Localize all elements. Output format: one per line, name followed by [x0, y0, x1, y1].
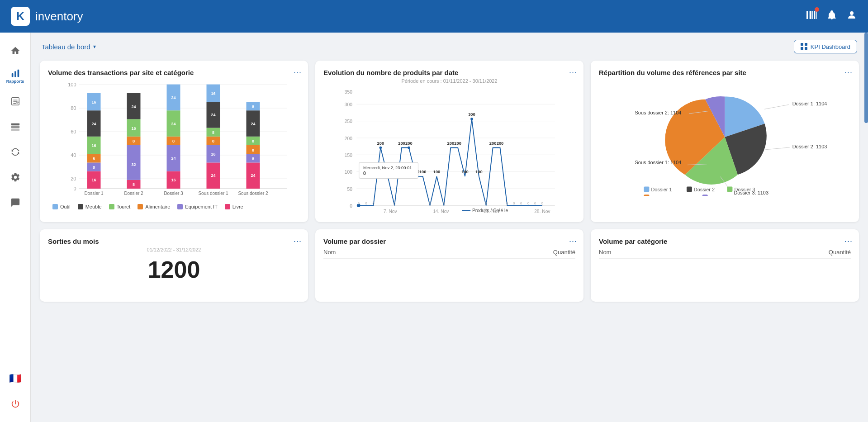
svg-text:100: 100 [461, 170, 469, 174]
svg-text:28. Nov: 28. Nov [534, 209, 550, 214]
svg-text:350: 350 [345, 90, 352, 95]
legend-equipement: Equipement IT [177, 204, 218, 209]
svg-text:24: 24 [171, 156, 175, 161]
svg-rect-163 [727, 186, 732, 192]
svg-text:250: 250 [345, 119, 352, 124]
categorie-menu[interactable]: ··· [844, 237, 853, 246]
svg-text:Dossier 1: 1104: Dossier 1: 1104 [792, 101, 827, 106]
dossier-table-header: Nom Quantité [323, 249, 575, 259]
bar-sousdossier1: 24 16 8 8 24 16 Sous dossier 1 [198, 85, 228, 196]
svg-text:8: 8 [133, 182, 135, 187]
svg-text:50: 50 [347, 187, 352, 192]
svg-line-150 [764, 104, 789, 109]
svg-text:300: 300 [345, 102, 352, 107]
bell-icon[interactable] [826, 9, 837, 23]
svg-rect-165 [644, 194, 649, 196]
svg-text:Dossier 2: 1103: Dossier 2: 1103 [792, 144, 827, 149]
scroll-bar[interactable] [864, 33, 868, 123]
svg-text:0: 0 [363, 171, 366, 176]
svg-text:Dossier 1: Dossier 1 [84, 191, 104, 196]
svg-rect-144 [359, 162, 418, 178]
dossier-col2: Quantité [553, 249, 575, 256]
svg-text:16: 16 [91, 100, 96, 104]
svg-text:8: 8 [172, 139, 175, 143]
card-volume-dossier: Volume par dossier ··· Nom Quantité [315, 229, 583, 302]
svg-text:0: 0 [365, 201, 367, 205]
svg-text:8: 8 [252, 156, 254, 161]
svg-text:200: 200 [345, 136, 352, 141]
user-icon[interactable] [846, 9, 857, 23]
svg-text:Sous dossier 1: 1104: Sous dossier 1: 1104 [635, 160, 682, 165]
sidebar-item-flag[interactable]: 🇫🇷 [5, 368, 26, 389]
svg-text:200: 200 [489, 141, 497, 146]
legend-label-touret: Touret [117, 204, 131, 209]
svg-point-114 [379, 147, 382, 149]
card1-menu[interactable]: ··· [294, 68, 302, 77]
legend-meuble: Meuble [78, 204, 102, 209]
svg-text:16: 16 [211, 152, 215, 156]
svg-rect-4 [814, 11, 816, 19]
legend-livre: Livre [225, 204, 243, 209]
kpi-button-label: KPI Dashboard [811, 43, 850, 50]
svg-text:24: 24 [91, 122, 96, 126]
svg-text:Dossier 3: Dossier 3 [734, 187, 755, 192]
categorie-title: Volume par catégorie [599, 237, 851, 245]
svg-rect-19 [801, 47, 803, 50]
svg-text:16: 16 [91, 143, 96, 148]
dossier-col1: Nom [323, 249, 336, 256]
svg-text:Dossier 1: Dossier 1 [651, 187, 672, 192]
barcode-icon[interactable] [806, 9, 817, 24]
categorie-col2: Quantité [829, 249, 851, 256]
card-bar-chart: Volume des transactions par site et caté… [40, 61, 308, 222]
svg-text:100: 100 [433, 170, 441, 174]
svg-text:0: 0 [520, 201, 522, 205]
sidebar-item-refresh[interactable] [5, 141, 26, 163]
sidebar-item-storage[interactable] [5, 116, 26, 138]
svg-rect-16 [11, 129, 19, 131]
svg-text:0: 0 [506, 201, 508, 205]
sidebar-item-home[interactable] [5, 40, 26, 62]
card2-menu[interactable]: ··· [569, 68, 577, 77]
sidebar-item-power[interactable] [5, 393, 26, 415]
svg-text:8: 8 [252, 148, 254, 152]
svg-text:0: 0 [429, 201, 431, 205]
svg-text:0: 0 [358, 201, 360, 205]
svg-rect-14 [11, 123, 19, 126]
sidebar-item-support[interactable] [5, 192, 26, 213]
sorties-title: Sorties du mois [48, 237, 300, 245]
svg-text:24: 24 [211, 113, 215, 117]
svg-rect-3 [812, 11, 813, 19]
categorie-col1: Nom [599, 249, 611, 256]
card3-menu[interactable]: ··· [844, 68, 853, 77]
svg-rect-1 [809, 11, 810, 19]
svg-text:0: 0 [372, 201, 374, 205]
sidebar: Rapports [0, 33, 31, 422]
svg-text:Sous dossier 1: Sous dossier 1 [651, 195, 683, 196]
header: K inventory [0, 0, 868, 33]
sorties-menu[interactable]: ··· [294, 237, 302, 246]
dossier-menu[interactable]: ··· [569, 237, 577, 246]
header-icons [806, 9, 857, 24]
legend-label-livre: Livre [232, 204, 243, 209]
sidebar-bottom: 🇫🇷 [5, 368, 26, 415]
legend-outil: Outil [52, 204, 71, 209]
sorties-value: 1200 [48, 256, 300, 283]
svg-text:24: 24 [171, 95, 175, 100]
svg-text:80: 80 [71, 105, 76, 111]
sidebar-item-settings[interactable] [5, 166, 26, 188]
svg-text:8: 8 [212, 130, 214, 135]
legend-label-alimentaire: Alimentaire [145, 204, 170, 209]
sidebar-item-rapports[interactable]: Rapports [5, 65, 26, 87]
svg-rect-2 [810, 11, 811, 19]
svg-rect-8 [14, 71, 16, 77]
svg-text:16: 16 [91, 178, 96, 182]
legend-dot-livre [225, 204, 230, 209]
breadcrumb[interactable]: Tableau de bord ▾ [42, 43, 96, 51]
bar-chart-svg: 0 20 40 60 80 100 16 8 [48, 80, 300, 198]
svg-text:20: 20 [71, 176, 76, 181]
legend-dot-outil [52, 204, 58, 209]
svg-text:0: 0 [527, 201, 529, 205]
sidebar-item-tasks[interactable] [5, 90, 26, 112]
line-chart-svg: 0 50 100 150 200 250 300 350 7. Nov 14. … [323, 87, 575, 214]
kpi-dashboard-button[interactable]: KPI Dashboard [794, 40, 857, 53]
